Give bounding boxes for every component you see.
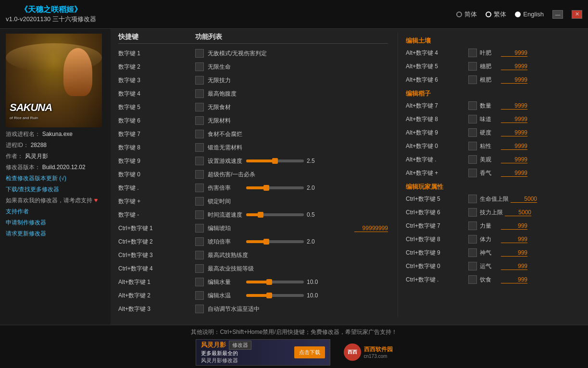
- process-name-label: 游戏进程名：: [6, 131, 40, 137]
- player-rows-checkbox-5[interactable]: [468, 262, 477, 270]
- key-label-14: Ctrl+数字键 2: [118, 238, 195, 246]
- player-rows-checkbox-6[interactable]: [468, 275, 477, 284]
- soil-rows-input-2[interactable]: [501, 76, 527, 84]
- support-row: 如果喜欢我的修改器，请考虑支持 ♥: [6, 196, 105, 205]
- request-link[interactable]: 申请制作修改器: [6, 219, 46, 226]
- slider-track-14[interactable]: [246, 240, 304, 243]
- cheat-checkbox-2[interactable]: [195, 76, 204, 85]
- rice-rows-input-1[interactable]: [501, 116, 527, 123]
- slider-track-17[interactable]: [246, 281, 304, 283]
- soil-rows-input-1[interactable]: [501, 63, 527, 70]
- slider-value-10: 2.0: [307, 184, 321, 191]
- cheat-checkbox-18[interactable]: [195, 291, 204, 300]
- soil-rows-checkbox-0[interactable]: [468, 49, 477, 57]
- player-rows-checkbox-3[interactable]: [468, 235, 477, 244]
- soil-rows-input-0[interactable]: [501, 49, 527, 57]
- cheat-desc-17: 编辑水量: [208, 278, 246, 286]
- player-rows-checkbox-0[interactable]: [468, 195, 477, 203]
- check-update-link[interactable]: 检查修改器版本更新 (√): [6, 175, 66, 182]
- soil-rows-checkbox-1[interactable]: [468, 62, 477, 71]
- logo-area: 西西 西西软件园 cn173.com: [344, 343, 393, 361]
- cheat-checkbox-15[interactable]: [195, 251, 204, 259]
- player-rows: Ctrl+数字键 5 生命值上限 Ctrl+数字键 6 技力上限 Ctrl+数字…: [406, 193, 580, 285]
- download-link[interactable]: 下载/查找更多修改器: [6, 186, 59, 193]
- key-label-12: 数字键 -: [118, 211, 195, 219]
- radio-english: [515, 12, 521, 17]
- rice-rows-input-2[interactable]: [501, 129, 527, 136]
- player-rows-checkbox-4[interactable]: [468, 248, 477, 257]
- cheat-checkbox-16[interactable]: [195, 264, 204, 273]
- slider-track-18[interactable]: [246, 294, 304, 297]
- player-rows-input-6[interactable]: [501, 276, 527, 283]
- player-rows-input-4[interactable]: [501, 249, 527, 257]
- rice-rows-checkbox-4[interactable]: [468, 155, 477, 164]
- cheat-checkbox-5[interactable]: [195, 116, 204, 125]
- cheat-checkbox-13[interactable]: [195, 224, 204, 233]
- cheat-checkbox-0[interactable]: [195, 49, 204, 58]
- cheat-checkbox-8[interactable]: [195, 157, 204, 165]
- rice-rows-desc-5: 香气: [480, 169, 499, 177]
- cheat-checkbox-4[interactable]: [195, 103, 204, 111]
- cheat-checkbox-12[interactable]: [195, 210, 204, 219]
- player-rows-input-5[interactable]: [501, 263, 527, 270]
- player-rows-input-0[interactable]: [511, 196, 537, 203]
- cheat-checkbox-6[interactable]: [195, 130, 204, 138]
- player-rows-input-1[interactable]: [505, 209, 531, 216]
- cheat-row: Ctrl+数字键 3最高武技熟练度: [118, 249, 388, 261]
- cheat-checkbox-17[interactable]: [195, 278, 204, 286]
- rice-rows-input-5[interactable]: [501, 170, 527, 177]
- cheat-checkbox-11[interactable]: [195, 197, 204, 206]
- rice-rows-checkbox-0[interactable]: [468, 101, 477, 110]
- rice-rows-checkbox-2[interactable]: [468, 128, 477, 137]
- cheat-checkbox-14[interactable]: [195, 237, 204, 246]
- cheat-checkbox-9[interactable]: [195, 170, 204, 179]
- slider-track-8[interactable]: [246, 159, 304, 162]
- download-link-row[interactable]: 下载/查找更多修改器: [6, 185, 105, 194]
- rice-rows-input-4[interactable]: [501, 156, 527, 163]
- lang-english[interactable]: English: [515, 11, 544, 18]
- player-rows-key-0: Ctrl+数字键 5: [406, 195, 468, 203]
- support-link[interactable]: 支持作者: [6, 208, 29, 215]
- cheat-checkbox-19[interactable]: [195, 305, 204, 313]
- ad-download-button[interactable]: 点击下载: [294, 346, 325, 358]
- soil-rows-checkbox-2[interactable]: [468, 75, 477, 84]
- rice-rows-checkbox-5[interactable]: [468, 169, 477, 177]
- cheat-row: 数字键 9设置游戏速度2.5: [118, 155, 388, 167]
- player-rows-checkbox-1[interactable]: [468, 208, 477, 217]
- close-button[interactable]: ✕: [572, 10, 582, 19]
- key-label-11: 数字键 +: [118, 197, 195, 206]
- cheat-checkbox-10[interactable]: [195, 184, 204, 192]
- game-cover: SAKUNA of Rice and Ruin: [6, 34, 102, 127]
- key-label-18: Alt+数字键 2: [118, 292, 195, 300]
- latest-link-row[interactable]: 请求更新修改器: [6, 230, 105, 238]
- lang-traditional[interactable]: 繁体: [486, 10, 506, 19]
- rice-section-title: 编辑稻子: [406, 89, 580, 98]
- minimize-button[interactable]: —: [552, 10, 563, 19]
- latest-link[interactable]: 请求更新修改器: [6, 230, 46, 237]
- cheat-checkbox-3[interactable]: [195, 89, 204, 98]
- player-rows-input-3[interactable]: [501, 236, 527, 243]
- cheat-desc-16: 最高农业技能等级: [208, 265, 388, 273]
- cheat-desc-0: 无敌模式/无视伤害判定: [208, 49, 388, 58]
- cheat-checkbox-1[interactable]: [195, 62, 204, 71]
- rice-rows-input-3[interactable]: [501, 143, 527, 150]
- key-label-4: 数字键 5: [118, 103, 195, 111]
- player-rows-desc-6: 饮食: [480, 276, 499, 284]
- slider-track-12[interactable]: [246, 213, 304, 216]
- request-link-row[interactable]: 申请制作修改器: [6, 219, 105, 227]
- support-link-row[interactable]: 支持作者: [6, 208, 105, 216]
- rice-rows-checkbox-3[interactable]: [468, 142, 477, 150]
- cheat-desc-13: 编辑琥珀: [208, 224, 354, 233]
- player-rows-row-1: Ctrl+数字键 6 技力上限: [406, 207, 580, 218]
- slider-track-10[interactable]: [246, 186, 304, 189]
- rice-rows-checkbox-1[interactable]: [468, 115, 477, 123]
- check-update[interactable]: 检查修改器版本更新 (√): [6, 174, 105, 183]
- rice-rows-input-0[interactable]: [501, 102, 527, 110]
- cheat-input-13[interactable]: [354, 225, 388, 232]
- cheat-checkbox-7[interactable]: [195, 143, 204, 152]
- lang-simplified[interactable]: 简体: [456, 10, 477, 19]
- pid-value: 28288: [31, 142, 47, 148]
- player-rows-input-2[interactable]: [501, 222, 527, 230]
- soil-rows-desc-1: 穗肥: [480, 62, 499, 71]
- player-rows-checkbox-2[interactable]: [468, 221, 477, 230]
